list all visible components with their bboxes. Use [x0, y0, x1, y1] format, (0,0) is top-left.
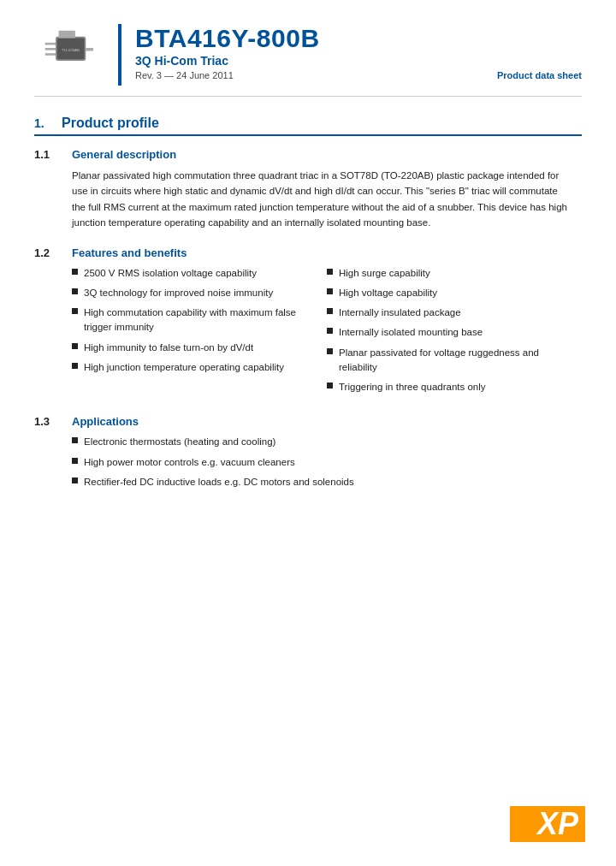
bullet-text: Internally isolated mounting base: [339, 325, 573, 340]
list-item: Triggering in three quadrants only: [327, 380, 573, 394]
list-item: High surge capability: [327, 266, 573, 281]
bullet-text: Triggering in three quadrants only: [339, 380, 573, 394]
bullet-icon: [72, 288, 78, 294]
subsection-1-3-header: 1.3 Applications: [34, 415, 582, 428]
section-1-heading: 1. Product profile: [34, 116, 582, 136]
header-rule: [34, 96, 582, 97]
bullet-icon: [327, 348, 333, 354]
bullet-icon: [72, 477, 78, 483]
features-col-1: 2500 V RMS isolation voltage capability3…: [72, 266, 327, 400]
subsection-1-3-title: Applications: [72, 415, 139, 428]
nxp-logo-box: N X P: [510, 806, 585, 842]
subsection-1-2-number: 1.2: [34, 246, 72, 259]
bullet-icon: [72, 269, 78, 275]
subsection-1-3-number: 1.3: [34, 415, 72, 428]
subsection-1-2-header: 1.2 Features and benefits: [34, 246, 582, 259]
subsection-1-1-number: 1.1: [34, 148, 72, 161]
nxp-x-letter: X: [537, 809, 558, 839]
product-title: BTA416Y-800B: [135, 24, 582, 52]
bullet-icon: [327, 308, 333, 314]
page-header: TO-220AB BTA416Y-800B 3Q Hi-Com Triac Re…: [0, 0, 616, 96]
list-item: Internally isolated mounting base: [327, 325, 573, 340]
bullet-icon: [327, 269, 333, 275]
list-item: 3Q technology for improved noise immunit…: [72, 286, 318, 300]
subsection-1-1-title: General description: [72, 148, 176, 161]
subsection-1-2-title: Features and benefits: [72, 246, 187, 259]
bullet-icon: [72, 437, 78, 443]
svg-rect-3: [45, 48, 56, 50]
revision-text: Rev. 3 — 24 June 2011: [135, 70, 234, 80]
subsection-1-3: 1.3 Applications Electronic thermostats …: [34, 415, 582, 489]
svg-rect-6: [86, 48, 93, 51]
bullet-icon: [72, 363, 78, 369]
nxp-logo: N X P: [510, 806, 585, 842]
bullet-icon: [327, 383, 333, 389]
list-item: High junction temperature operating capa…: [72, 360, 318, 375]
section-1-number: 1.: [34, 116, 51, 130]
svg-rect-2: [45, 43, 56, 45]
chip-image: TO-220AB: [34, 29, 103, 69]
nxp-p-letter: P: [558, 809, 578, 839]
svg-rect-5: [59, 31, 75, 39]
bullet-text: Internally insulated package: [339, 305, 573, 320]
applications-list: Electronic thermostats (heating and cool…: [72, 435, 582, 489]
svg-text:TO-220AB: TO-220AB: [62, 48, 80, 52]
list-item: Planar passivated for voltage ruggedness…: [327, 346, 573, 376]
bullet-icon: [327, 328, 333, 334]
svg-rect-4: [45, 53, 56, 56]
bullet-text: High commutation capability with maximum…: [84, 305, 318, 335]
list-item: High commutation capability with maximum…: [72, 305, 318, 335]
bullet-text: High voltage capability: [339, 286, 573, 300]
bullet-text: High power motor controls e.g. vacuum cl…: [84, 455, 582, 470]
features-list: 2500 V RMS isolation voltage capability3…: [72, 266, 582, 400]
subsection-1-1-header: 1.1 General description: [34, 148, 582, 161]
subsection-1-1: 1.1 General description Planar passivate…: [34, 148, 582, 231]
subsection-1-2: 1.2 Features and benefits 2500 V RMS iso…: [34, 246, 582, 400]
nxp-n-letter: N: [515, 809, 537, 839]
features-col-2: High surge capabilityHigh voltage capabi…: [327, 266, 582, 400]
bullet-text: Electronic thermostats (heating and cool…: [84, 435, 582, 449]
bullet-text: Rectifier-fed DC inductive loads e.g. DC…: [84, 475, 582, 489]
bullet-text: High junction temperature operating capa…: [84, 360, 318, 375]
list-item: Rectifier-fed DC inductive loads e.g. DC…: [72, 475, 582, 489]
list-item: High power motor controls e.g. vacuum cl…: [72, 455, 582, 470]
list-item: High voltage capability: [327, 286, 573, 300]
list-item: Electronic thermostats (heating and cool…: [72, 435, 582, 449]
bullet-text: 2500 V RMS isolation voltage capability: [84, 266, 318, 281]
bullet-icon: [72, 308, 78, 314]
bullet-icon: [72, 343, 78, 349]
bullet-text: High surge capability: [339, 266, 573, 281]
list-item: High immunity to false turn-on by dV/dt: [72, 341, 318, 355]
bullet-text: High immunity to false turn-on by dV/dt: [84, 341, 318, 355]
list-item: Internally insulated package: [327, 305, 573, 320]
general-description-text: Planar passivated high commutation three…: [72, 168, 573, 231]
header-text-block: BTA416Y-800B 3Q Hi-Com Triac Rev. 3 — 24…: [135, 24, 582, 80]
bullet-text: 3Q technology for improved noise immunit…: [84, 286, 318, 300]
main-content: 1.1 General description Planar passivate…: [0, 148, 616, 489]
datasheet-label: Product data sheet: [497, 70, 582, 80]
product-subtitle: 3Q Hi-Com Triac: [135, 54, 582, 68]
bullet-icon: [327, 288, 333, 294]
section-1-title: Product profile: [62, 116, 159, 131]
bullet-icon: [72, 458, 78, 464]
header-divider: [118, 24, 121, 86]
bullet-text: Planar passivated for voltage ruggedness…: [339, 346, 573, 376]
list-item: 2500 V RMS isolation voltage capability: [72, 266, 318, 281]
